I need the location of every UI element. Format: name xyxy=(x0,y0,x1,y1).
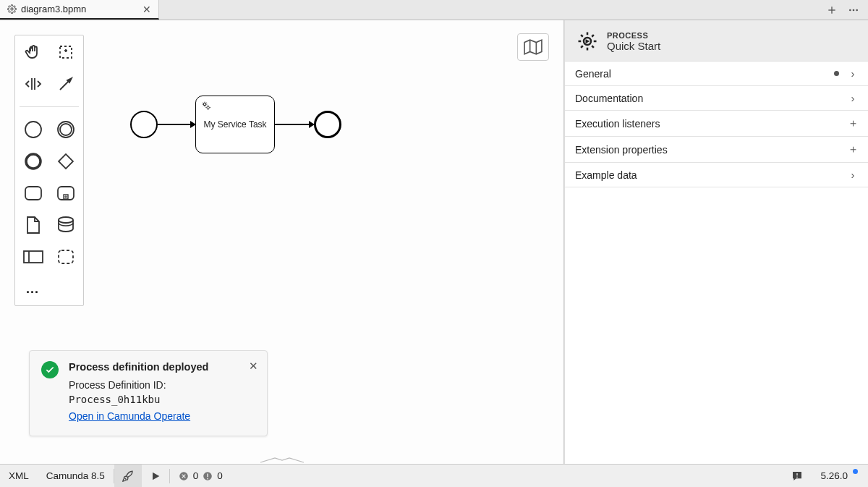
success-check-icon xyxy=(41,361,59,378)
properties-panel: PROCESS Quick Start General › Documentat… xyxy=(564,20,868,464)
tab-close-icon[interactable]: ✕ xyxy=(142,4,151,15)
svg-point-3 xyxy=(849,9,851,11)
bpmn-sequence-flow-1[interactable] xyxy=(158,124,195,125)
svg-point-30 xyxy=(203,103,205,105)
bpmn-start-event[interactable] xyxy=(130,111,158,138)
map-icon xyxy=(524,39,542,55)
error-icon xyxy=(179,471,189,481)
diagram-canvas[interactable]: ... My Service Task ✕ Process definition… xyxy=(0,20,564,464)
toast-id-line: Process Definition ID: Process_0h11kbu xyxy=(69,378,255,407)
svg-rect-17 xyxy=(59,154,73,169)
plus-icon: ＋ xyxy=(848,117,858,130)
panel-header: PROCESS Quick Start xyxy=(565,20,868,62)
panel-element-name: Quick Start xyxy=(607,40,660,52)
feedback-button[interactable] xyxy=(783,470,812,482)
deploy-button[interactable] xyxy=(114,465,142,487)
section-label: General xyxy=(575,68,611,80)
bpmn-service-task[interactable]: My Service Task xyxy=(195,96,275,153)
toast-close-icon[interactable]: ✕ xyxy=(249,360,258,373)
svg-point-5 xyxy=(856,9,858,11)
svg-point-31 xyxy=(207,106,209,109)
svg-point-40 xyxy=(207,478,208,479)
warning-icon xyxy=(203,471,213,481)
rocket-icon xyxy=(122,470,135,483)
svg-point-4 xyxy=(853,9,855,11)
svg-point-15 xyxy=(60,124,72,135)
warning-count: 0 xyxy=(217,470,223,481)
panel-section-documentation[interactable]: Documentation › xyxy=(565,86,868,111)
chevron-right-icon: › xyxy=(848,169,858,181)
svg-point-16 xyxy=(26,154,41,169)
toast-id-label: Process Definition ID: xyxy=(69,379,166,391)
run-button[interactable] xyxy=(142,465,169,487)
data-store-tool[interactable] xyxy=(55,214,77,236)
process-icon xyxy=(576,30,598,52)
task-label: My Service Task xyxy=(203,119,266,130)
bpmn-end-event[interactable] xyxy=(314,111,341,138)
feedback-icon xyxy=(791,470,803,482)
xml-label: XML xyxy=(9,470,29,481)
gateway-tool[interactable] xyxy=(55,151,77,172)
svg-point-0 xyxy=(11,8,13,10)
panel-type-label: PROCESS xyxy=(607,31,660,40)
play-icon xyxy=(150,470,161,482)
section-label: Documentation xyxy=(575,93,643,104)
subprocess-tool[interactable] xyxy=(55,182,77,204)
dirty-dot-icon xyxy=(834,71,839,76)
panel-section-execution-listeners[interactable]: Execution listeners ＋ xyxy=(565,111,868,137)
panel-resize-handle[interactable] xyxy=(260,457,304,462)
problems-counter[interactable]: 0 0 xyxy=(170,465,231,487)
gear-icon xyxy=(7,4,17,14)
intermediate-event-tool[interactable] xyxy=(55,119,77,140)
svg-point-13 xyxy=(25,122,41,137)
section-label: Extension properties xyxy=(575,144,668,156)
svg-marker-27 xyxy=(524,40,542,54)
panel-section-example-data[interactable]: Example data › xyxy=(565,163,868,187)
panel-section-extension-properties[interactable]: Extension properties ＋ xyxy=(565,137,868,163)
xml-tab-button[interactable]: XML xyxy=(0,465,38,487)
hand-tool[interactable] xyxy=(22,41,44,63)
chevron-right-icon: › xyxy=(848,67,858,80)
platform-version-button[interactable]: Camunda 8.5 xyxy=(38,465,114,487)
connect-tool[interactable] xyxy=(55,73,77,95)
panel-section-general[interactable]: General › xyxy=(565,62,868,86)
tab-diagram[interactable]: diagram3.bpmn ✕ xyxy=(0,0,159,20)
deploy-success-toast: ✕ Process definition deployed Process De… xyxy=(29,350,268,436)
lasso-tool[interactable] xyxy=(55,41,77,63)
pool-tool[interactable] xyxy=(22,246,44,268)
add-tab-icon[interactable] xyxy=(826,4,838,16)
status-bar: XML Camunda 8.5 0 0 5.26.0 xyxy=(0,464,868,487)
section-label: Example data xyxy=(575,169,637,181)
task-tool[interactable] xyxy=(22,182,44,204)
svg-rect-18 xyxy=(25,187,41,200)
svg-rect-26 xyxy=(59,250,73,263)
svg-marker-33 xyxy=(586,39,590,43)
minimap-button[interactable] xyxy=(517,33,549,61)
svg-rect-24 xyxy=(24,251,43,263)
more-icon[interactable] xyxy=(848,4,859,16)
svg-marker-12 xyxy=(67,78,72,82)
app-version[interactable]: 5.26.0 xyxy=(812,470,868,481)
platform-label: Camunda 8.5 xyxy=(46,470,105,481)
svg-point-23 xyxy=(59,217,73,223)
svg-point-42 xyxy=(797,476,799,478)
start-event-tool[interactable] xyxy=(22,119,44,140)
more-tools-label: ... xyxy=(26,281,39,297)
tool-palette: ... xyxy=(14,35,84,306)
error-count: 0 xyxy=(193,470,199,481)
tab-title: diagram3.bpmn xyxy=(21,4,86,14)
more-tools[interactable]: ... xyxy=(20,278,41,300)
bpmn-sequence-flow-2[interactable] xyxy=(275,124,314,125)
toast-title: Process definition deployed xyxy=(69,361,255,373)
toast-id-value: Process_0h11kbu xyxy=(69,394,160,405)
open-operate-link[interactable]: Open in Camunda Operate xyxy=(69,410,190,422)
update-available-dot xyxy=(853,469,858,474)
chevron-right-icon: › xyxy=(848,92,858,104)
group-tool[interactable] xyxy=(55,246,77,268)
end-event-tool[interactable] xyxy=(22,151,44,172)
svg-marker-34 xyxy=(153,472,159,480)
space-tool[interactable] xyxy=(22,73,44,95)
data-object-tool[interactable] xyxy=(22,214,44,236)
service-task-icon xyxy=(200,100,212,111)
plus-icon: ＋ xyxy=(848,143,858,156)
